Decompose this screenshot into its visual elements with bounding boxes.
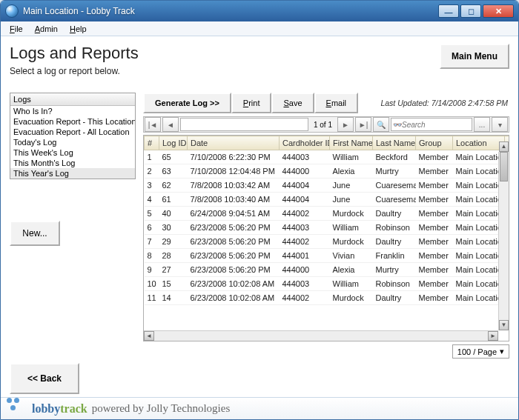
- product-name: lobbytrack: [32, 402, 87, 416]
- search-box[interactable]: 👓: [391, 118, 472, 131]
- table-cell: William: [330, 221, 373, 235]
- scroll-down-arrow[interactable]: ▼: [499, 320, 509, 330]
- table-cell: Murdock: [330, 291, 373, 305]
- menu-file-label: ile: [15, 24, 23, 33]
- new-button[interactable]: New...: [10, 221, 60, 246]
- titlebar[interactable]: Main Location - Lobby Track: [1, 1, 518, 21]
- table-row[interactable]: 8286/23/2008 5:06:20 PM444001VivianFrank…: [145, 249, 510, 263]
- table-cell: 6/23/2008 5:06:20 PM: [188, 221, 280, 235]
- chevron-down-icon: ▾: [500, 347, 504, 356]
- menu-file[interactable]: File: [4, 23, 29, 35]
- maximize-button[interactable]: [460, 4, 481, 18]
- table-row[interactable]: 6306/23/2008 5:06:20 PM444003WilliamRobi…: [145, 221, 510, 235]
- table-cell: Member: [416, 291, 453, 305]
- table-cell: Daultry: [373, 235, 416, 249]
- sidebar-item[interactable]: This Month's Log: [10, 158, 135, 168]
- scroll-left-arrow[interactable]: ◄: [144, 331, 154, 341]
- generate-log-button[interactable]: Generate Log >>: [143, 93, 231, 113]
- email-button[interactable]: Email: [314, 93, 359, 113]
- table-row[interactable]: 1657/10/2008 6:22:30 PM444003WilliamBeck…: [145, 150, 510, 164]
- table-cell: 444003: [280, 150, 330, 164]
- column-header[interactable]: Location: [453, 136, 505, 150]
- back-button[interactable]: << Back: [10, 363, 79, 394]
- table-cell: 10: [145, 277, 159, 291]
- horizontal-scrollbar[interactable]: ◄ ►: [144, 330, 498, 341]
- close-button[interactable]: [483, 4, 514, 18]
- table-cell: 444000: [280, 263, 330, 277]
- table-cell: Main Location: [453, 179, 505, 193]
- last-page-button[interactable]: ►|: [355, 117, 371, 132]
- minimize-button[interactable]: [438, 4, 459, 18]
- sidebar-item[interactable]: This Year's Log: [10, 168, 135, 179]
- table-cell: 62: [159, 179, 188, 193]
- table-cell: Daultry: [373, 291, 416, 305]
- sidebar-item[interactable]: Who Is In?: [10, 106, 135, 116]
- table-cell: Member: [416, 164, 453, 179]
- vertical-scrollbar[interactable]: ▲ ▼: [498, 152, 509, 330]
- search-input[interactable]: [402, 121, 461, 129]
- table-cell: Main Location: [453, 150, 505, 164]
- table-cell: 28: [159, 249, 188, 263]
- table-cell: Member: [416, 277, 453, 291]
- table-cell: Member: [416, 249, 453, 263]
- menu-help[interactable]: Help: [64, 23, 93, 35]
- table-row[interactable]: 10156/23/2008 10:02:08 AM444003WilliamRo…: [145, 277, 510, 291]
- dropdown-button[interactable]: ▾: [492, 117, 508, 132]
- find-icon[interactable]: 🔍: [373, 117, 389, 132]
- main-menu-button[interactable]: Main Menu: [440, 44, 509, 69]
- table-cell: 444003: [280, 277, 330, 291]
- save-button[interactable]: Save: [271, 93, 314, 113]
- column-header[interactable]: First Name: [330, 136, 373, 150]
- table-row[interactable]: 4617/8/2008 10:03:40 AM444004JuneCuarese…: [145, 193, 510, 207]
- table-cell: 27: [159, 263, 188, 277]
- first-page-button[interactable]: |◄: [145, 117, 161, 132]
- jolly-logo-icon: [7, 398, 22, 413]
- scroll-thumb[interactable]: [500, 152, 508, 181]
- table-cell: William: [330, 150, 373, 164]
- table-cell: Member: [416, 193, 453, 207]
- table-cell: Main Location: [453, 263, 505, 277]
- sidebar-item[interactable]: This Week's Log: [10, 147, 135, 158]
- column-header[interactable]: #: [145, 136, 159, 150]
- table-cell: Murtry: [373, 164, 416, 179]
- table-cell: 444002: [280, 235, 330, 249]
- table-cell: 1: [145, 150, 159, 164]
- table-cell: Member: [416, 150, 453, 164]
- table-cell: 30: [159, 221, 188, 235]
- table-cell: Murdock: [330, 207, 373, 221]
- table-cell: 6: [145, 221, 159, 235]
- column-header[interactable]: Cardholder ID: [280, 136, 330, 150]
- nav-slider[interactable]: [180, 118, 308, 131]
- table-cell: 40: [159, 207, 188, 221]
- page-size-selector[interactable]: 100 / Page ▾: [452, 344, 509, 359]
- table-cell: 444002: [280, 291, 330, 305]
- table-cell: Alexia: [330, 263, 373, 277]
- scroll-up-arrow[interactable]: ▲: [499, 141, 509, 152]
- table-cell: 7/10/2008 6:22:30 PM: [188, 150, 280, 164]
- table-row[interactable]: 3627/8/2008 10:03:42 AM444004JuneCuarese…: [145, 179, 510, 193]
- column-header[interactable]: Group: [416, 136, 453, 150]
- page-subtitle: Select a log or report below.: [10, 66, 139, 76]
- sidebar-item[interactable]: Today's Log: [10, 137, 135, 147]
- print-button[interactable]: Print: [231, 93, 272, 113]
- column-header[interactable]: Log ID: [159, 136, 188, 150]
- table-row[interactable]: 9276/23/2008 5:06:20 PM444000AlexiaMurtr…: [145, 263, 510, 277]
- table-cell: 7/8/2008 10:03:40 AM: [188, 193, 280, 207]
- prev-page-button[interactable]: ◄: [162, 117, 179, 132]
- powered-by: powered by Jolly Technologies: [92, 402, 231, 415]
- sidebar-item[interactable]: Evacuation Report - This Location: [10, 116, 135, 127]
- table-cell: 4: [145, 193, 159, 207]
- table-cell: Member: [416, 207, 453, 221]
- table-row[interactable]: 7296/23/2008 5:06:20 PM444002MurdockDaul…: [145, 235, 510, 249]
- table-row[interactable]: 11146/23/2008 10:02:08 AM444002MurdockDa…: [145, 291, 510, 305]
- menu-admin[interactable]: Admin: [29, 23, 64, 35]
- column-header[interactable]: Last Name: [373, 136, 416, 150]
- table-cell: 7: [145, 235, 159, 249]
- scroll-right-arrow[interactable]: ►: [488, 331, 498, 341]
- next-page-button[interactable]: ►: [337, 117, 354, 132]
- sidebar-item[interactable]: Evacuation Report - All Location: [10, 127, 135, 137]
- table-row[interactable]: 5406/24/2008 9:04:51 AM444002MurdockDaul…: [145, 207, 510, 221]
- table-row[interactable]: 2637/10/2008 12:04:48 PM444000AlexiaMurt…: [145, 164, 510, 179]
- search-options-button[interactable]: ...: [474, 117, 490, 132]
- column-header[interactable]: Date: [188, 136, 280, 150]
